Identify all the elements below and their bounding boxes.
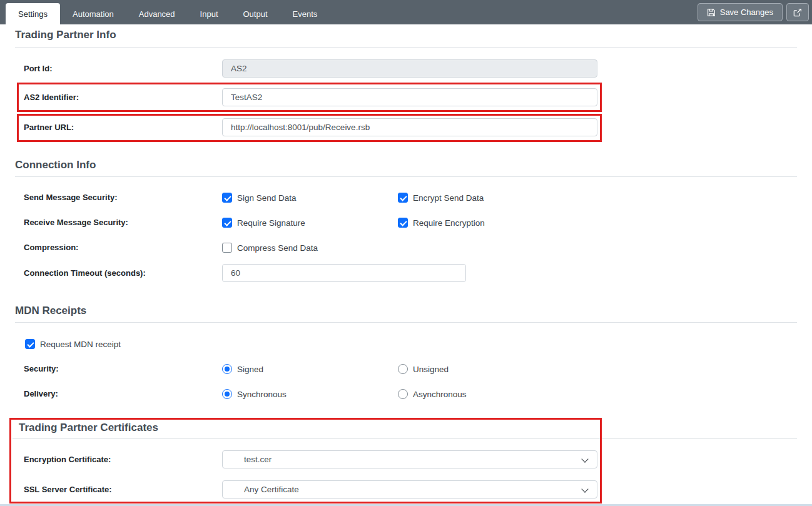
- checkbox-icon[interactable]: [222, 218, 232, 228]
- chevron-down-icon: [581, 455, 588, 462]
- section-title-trading-partner-info: Trading Partner Info: [15, 29, 116, 41]
- tab-output[interactable]: Output: [231, 3, 280, 24]
- as2-identifier-input[interactable]: [222, 88, 597, 106]
- request-mdn-receipt-checkbox-option[interactable]: Request MDN receipt: [25, 338, 121, 350]
- port-id-label: Port Id:: [24, 59, 53, 78]
- partner-url-label: Partner URL:: [24, 118, 74, 136]
- radio-icon[interactable]: [398, 389, 408, 399]
- open-in-new-window-button[interactable]: [786, 3, 809, 21]
- option-label: Signed: [237, 365, 263, 374]
- option-label: Encrypt Send Data: [413, 193, 484, 203]
- section-divider: [15, 47, 797, 48]
- radio-icon[interactable]: [398, 364, 408, 374]
- asynchronous-radio-option[interactable]: Asynchronous: [398, 388, 467, 400]
- port-id-input: [222, 59, 597, 78]
- tab-input[interactable]: Input: [188, 3, 231, 24]
- external-link-icon: [793, 8, 802, 17]
- section-title-mdn-receipts: MDN Receipts: [15, 305, 86, 317]
- synchronous-radio-option[interactable]: Synchronous: [222, 388, 287, 400]
- as2-identifier-label: AS2 Identifier:: [24, 88, 79, 106]
- option-label: Require Signature: [237, 218, 305, 228]
- compression-row: Compression: Compress Send Data: [0, 241, 812, 254]
- connection-timeout-input[interactable]: [222, 264, 466, 282]
- section-divider: [13, 438, 797, 439]
- selected-value: Any Certificate: [244, 485, 299, 494]
- navbar-actions: Save Changes: [698, 3, 809, 21]
- section-divider: [15, 176, 797, 177]
- mdn-delivery-label: Delivery:: [24, 388, 58, 400]
- encrypt-send-data-checkbox-option[interactable]: Encrypt Send Data: [398, 191, 484, 204]
- receive-message-security-row: Receive Message Security: Require Signat…: [0, 216, 812, 229]
- save-changes-button[interactable]: Save Changes: [698, 3, 783, 21]
- selected-value: test.cer: [244, 455, 272, 464]
- section-title-trading-partner-certificates: Trading Partner Certificates: [19, 422, 158, 434]
- checkbox-icon[interactable]: [222, 193, 232, 203]
- checkbox-icon[interactable]: [222, 243, 232, 253]
- mdn-security-row: Security: Signed Unsigned: [0, 363, 812, 375]
- mdn-security-label: Security:: [24, 363, 59, 375]
- signed-radio-option[interactable]: Signed: [222, 363, 263, 375]
- unsigned-radio-option[interactable]: Unsigned: [398, 363, 449, 375]
- checkbox-icon[interactable]: [398, 193, 408, 203]
- encryption-certificate-label: Encryption Certificate:: [24, 450, 111, 468]
- send-message-security-row: Send Message Security: Sign Send Data En…: [0, 191, 812, 204]
- settings-form: Trading Partner Info Port Id: AS2 Identi…: [0, 24, 812, 506]
- radio-icon[interactable]: [222, 389, 232, 399]
- option-label: Unsigned: [413, 365, 449, 374]
- option-label: Synchronous: [237, 390, 287, 399]
- compression-label: Compression:: [24, 241, 78, 254]
- option-label: Sign Send Data: [237, 193, 297, 203]
- option-label: Compress Send Data: [237, 243, 318, 253]
- ssl-server-certificate-label: SSL Server Certificate:: [24, 480, 112, 498]
- encryption-certificate-select[interactable]: test.cer: [222, 450, 597, 468]
- tab-automation[interactable]: Automation: [60, 3, 126, 24]
- connection-timeout-label: Connection Timeout (seconds):: [24, 264, 146, 282]
- tab-advanced[interactable]: Advanced: [126, 3, 188, 24]
- require-encryption-checkbox-option[interactable]: Require Encryption: [398, 216, 485, 229]
- mdn-delivery-row: Delivery: Synchronous Asynchronous: [0, 388, 812, 400]
- ssl-server-certificate-select[interactable]: Any Certificate: [222, 480, 597, 498]
- send-message-security-label: Send Message Security:: [24, 191, 118, 204]
- tab-settings[interactable]: Settings: [6, 3, 60, 24]
- save-icon: [707, 8, 716, 17]
- partner-url-input[interactable]: [222, 118, 597, 136]
- section-title-connection-info: Connection Info: [15, 159, 96, 171]
- section-divider: [15, 322, 797, 323]
- radio-icon[interactable]: [222, 364, 232, 374]
- option-label: Request MDN receipt: [40, 340, 121, 349]
- request-mdn-row: Request MDN receipt: [0, 338, 812, 350]
- checkbox-icon[interactable]: [398, 218, 408, 228]
- compress-send-data-checkbox-option[interactable]: Compress Send Data: [222, 241, 318, 254]
- receive-message-security-label: Receive Message Security:: [24, 216, 128, 229]
- tab-events[interactable]: Events: [280, 3, 330, 24]
- tab-bar: Settings Automation Advanced Input Outpu…: [6, 3, 330, 24]
- option-label: Asynchronous: [413, 390, 467, 399]
- chevron-down-icon: [581, 485, 588, 492]
- option-label: Require Encryption: [413, 218, 485, 228]
- sign-send-data-checkbox-option[interactable]: Sign Send Data: [222, 191, 297, 204]
- require-signature-checkbox-option[interactable]: Require Signature: [222, 216, 305, 229]
- checkbox-icon[interactable]: [25, 339, 35, 349]
- top-navbar: Settings Automation Advanced Input Outpu…: [0, 0, 812, 24]
- save-changes-label: Save Changes: [720, 8, 773, 17]
